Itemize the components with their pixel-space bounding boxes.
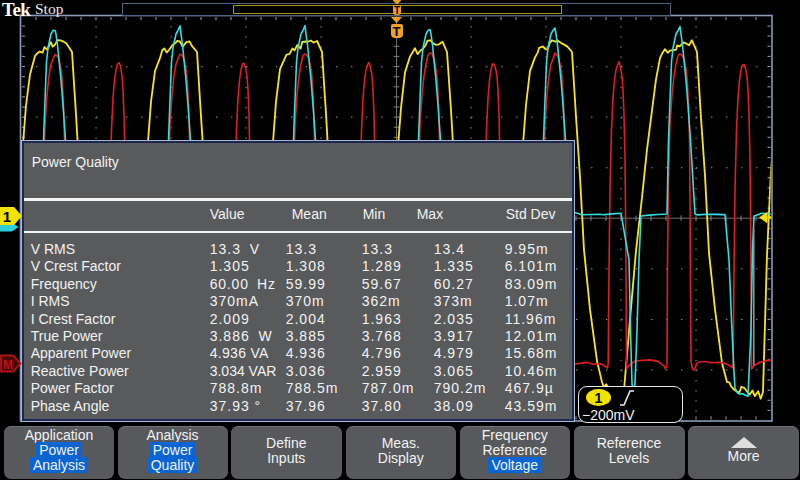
svg-text:M: M <box>3 358 13 372</box>
svg-text:1: 1 <box>3 208 11 225</box>
